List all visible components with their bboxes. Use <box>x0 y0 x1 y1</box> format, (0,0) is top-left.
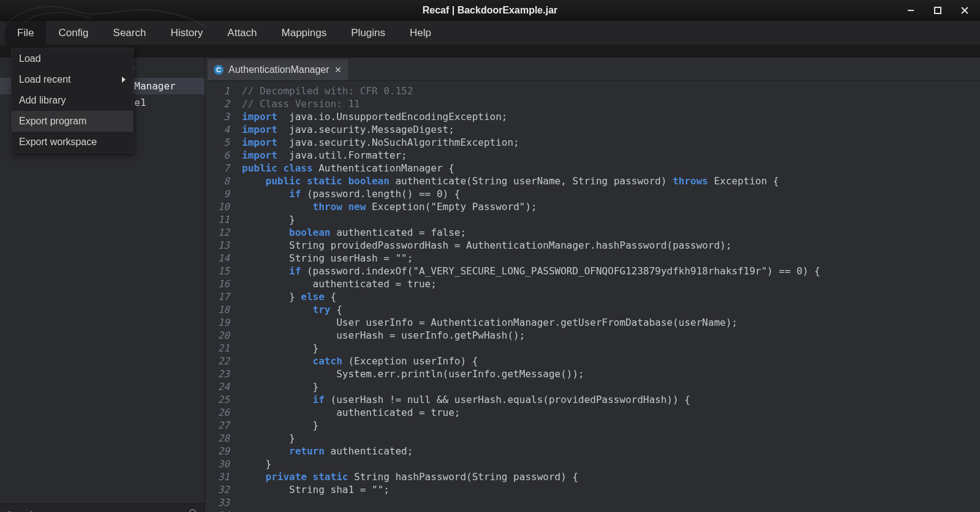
file-menu-load-recent[interactable]: Load recent <box>12 69 133 90</box>
svg-point-4 <box>190 510 195 512</box>
search-icon[interactable] <box>189 508 198 512</box>
menu-plugins[interactable]: Plugins <box>339 21 398 45</box>
window-titlebar: Recaf | BackdoorExample.jar <box>0 0 980 21</box>
class-icon: C <box>214 65 224 75</box>
menu-help[interactable]: Help <box>398 21 443 45</box>
chevron-right-icon <box>122 77 126 83</box>
search-input[interactable] <box>6 509 184 512</box>
sidebar-search <box>0 503 205 512</box>
window-maximize-button[interactable] <box>925 2 951 18</box>
code-content[interactable]: // Decompiled with: CFR 0.152// Class Ve… <box>235 81 980 512</box>
window-minimize-button[interactable] <box>898 2 924 18</box>
file-menu-add-library[interactable]: Add library <box>12 90 133 111</box>
left-accent-stripe <box>0 45 980 58</box>
editor-area: C AuthenticationManager ✕ 12345678910111… <box>205 58 980 512</box>
menu-mappings[interactable]: Mappings <box>270 21 339 45</box>
tabbar: C AuthenticationManager ✕ <box>205 58 980 81</box>
file-menu-export-program[interactable]: Export program <box>12 111 133 132</box>
menu-attach[interactable]: Attach <box>215 21 269 45</box>
file-menu-dropdown: LoadLoad recentAdd libraryExport program… <box>11 48 134 153</box>
code-editor[interactable]: 1234567891011121314151617181920212223242… <box>205 81 980 512</box>
svg-rect-1 <box>935 7 941 13</box>
close-icon[interactable]: ✕ <box>334 65 342 75</box>
window-close-button[interactable] <box>952 2 978 18</box>
tab-label: AuthenticationManager <box>228 64 330 75</box>
window-title: Recaf | BackdoorExample.jar <box>423 5 558 16</box>
file-menu-load[interactable]: Load <box>12 48 133 69</box>
file-menu-export-workspace[interactable]: Export workspace <box>12 132 133 152</box>
tab-authentication-manager[interactable]: C AuthenticationManager ✕ <box>208 59 348 80</box>
window-logo <box>0 0 208 31</box>
line-gutter: 1234567891011121314151617181920212223242… <box>205 81 235 512</box>
